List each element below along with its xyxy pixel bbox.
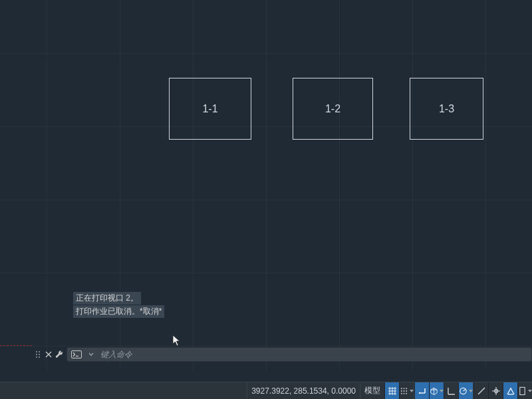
- svg-point-16: [406, 388, 407, 389]
- command-history-line: 正在打印视口 2。: [73, 292, 141, 305]
- viewport-label: 1-1: [202, 104, 217, 114]
- command-input-wrap[interactable]: [66, 347, 532, 362]
- chevron-down-icon: [528, 390, 532, 392]
- viewport-1-3[interactable]: 1-3: [410, 78, 483, 140]
- command-bar: [31, 347, 532, 362]
- svg-point-23: [418, 392, 420, 393]
- object-snap-toggle[interactable]: [503, 382, 517, 399]
- svg-point-18: [404, 390, 405, 392]
- command-history: 正在打印视口 2。 打印作业已取消。*取消*: [73, 291, 164, 318]
- osnap-toggle[interactable]: [473, 382, 488, 399]
- viewport-1-1[interactable]: 1-1: [169, 78, 251, 140]
- svg-point-20: [401, 392, 402, 394]
- terminal-icon: [71, 350, 82, 359]
- close-icon[interactable]: [44, 350, 53, 359]
- otrack-toggle[interactable]: [488, 382, 503, 399]
- svg-point-19: [406, 390, 407, 392]
- chevron-down-icon[interactable]: [86, 350, 96, 359]
- coordinates-readout: 3927.3922, 285.1534, 0.0000: [247, 382, 360, 399]
- coordinates-text: 3927.3922, 285.1534, 0.0000: [251, 386, 356, 396]
- command-input[interactable]: [100, 350, 527, 359]
- svg-point-21: [404, 392, 405, 394]
- svg-point-15: [404, 388, 405, 389]
- svg-rect-26: [520, 387, 525, 394]
- marker-line: [0, 345, 32, 346]
- svg-point-17: [401, 390, 402, 392]
- command-history-line: 打印作业已取消。*取消*: [73, 305, 164, 318]
- viewport-1-2[interactable]: 1-2: [293, 78, 373, 140]
- svg-point-1: [39, 351, 40, 352]
- grid-toggle[interactable]: [384, 382, 399, 399]
- svg-point-3: [39, 354, 40, 355]
- wrench-icon[interactable]: [55, 350, 64, 359]
- snap-toggle[interactable]: [399, 382, 414, 399]
- svg-point-4: [36, 356, 37, 358]
- viewport-label: 1-3: [439, 104, 454, 114]
- polar-toggle[interactable]: [444, 382, 458, 399]
- polar-tracking-toggle[interactable]: [458, 382, 473, 399]
- svg-point-22: [406, 392, 407, 394]
- viewport-label: 1-2: [325, 104, 340, 114]
- lineweight-toggle[interactable]: [517, 382, 532, 399]
- svg-point-5: [39, 356, 40, 358]
- svg-rect-6: [72, 351, 82, 358]
- svg-point-0: [36, 351, 37, 352]
- svg-point-2: [36, 354, 37, 355]
- svg-point-14: [401, 388, 402, 389]
- model-space-label: 模型: [364, 385, 380, 396]
- drawing-canvas[interactable]: 1-1 1-2 1-3 正在打印视口 2。 打印作业已取消。*取消*: [0, 0, 532, 371]
- model-space-button[interactable]: 模型: [360, 382, 384, 399]
- cursor-icon: [172, 334, 180, 346]
- ortho-toggle[interactable]: [414, 382, 429, 399]
- isoplane-toggle[interactable]: [429, 382, 444, 399]
- drag-handle-icon[interactable]: [33, 350, 43, 359]
- status-bar: 3927.3922, 285.1534, 0.0000 模型: [0, 382, 532, 399]
- command-bar-controls: [31, 347, 66, 362]
